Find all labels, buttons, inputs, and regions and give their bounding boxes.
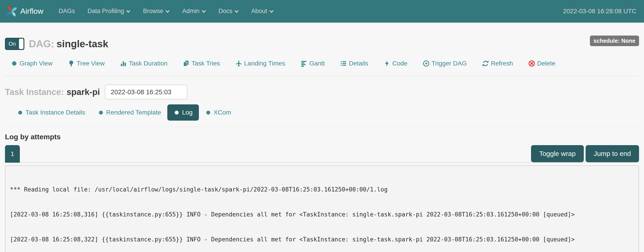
toggle-on-label: On xyxy=(8,41,16,47)
chevron-down-icon xyxy=(202,10,206,13)
task-instance-header: Task Instance: spark-pi xyxy=(5,85,639,100)
log-line: [2022-03-08 16:25:08,322] {{taskinstance… xyxy=(10,235,636,244)
chevron-down-icon xyxy=(126,10,130,13)
log-output[interactable]: *** Reading local file: /usr/local/airfl… xyxy=(5,165,639,252)
refresh-icon xyxy=(482,60,489,67)
toggle-wrap-button[interactable]: Toggle wrap xyxy=(531,145,584,162)
top-navbar: Airflow DAGs Data Profiling Browse Admin… xyxy=(0,0,644,22)
attempt-1-tab[interactable]: 1 xyxy=(5,145,20,163)
tab-tree-view[interactable]: Tree View xyxy=(68,60,105,67)
button-label: XCom xyxy=(214,109,231,116)
nav-item-label: Admin xyxy=(182,8,200,15)
attempt-tab-bar: 1 Toggle wrap Jump to end xyxy=(5,145,639,163)
play-circle-icon xyxy=(423,60,430,67)
delete-circle-x-icon xyxy=(528,60,535,67)
log-line: [2022-03-08 16:25:08,316] {{taskinstance… xyxy=(10,210,636,219)
divider xyxy=(5,126,639,127)
nav-item-about[interactable]: About xyxy=(245,0,280,22)
execution-date-input[interactable] xyxy=(105,85,188,100)
burst-icon xyxy=(174,110,180,116)
task-instance-label: Task Instance: xyxy=(5,87,64,97)
tab-details[interactable]: Details xyxy=(340,60,368,67)
task-name: spark-pi xyxy=(66,87,100,97)
tab-label: Task Tries xyxy=(192,60,220,67)
button-label: Rendered Template xyxy=(106,109,161,116)
gantt-bars-icon xyxy=(300,60,307,67)
nav-item-label: Docs xyxy=(218,8,232,15)
chevron-down-icon xyxy=(234,10,238,13)
burst-icon xyxy=(17,110,23,116)
plane-icon xyxy=(236,60,242,67)
tab-label: Landing Times xyxy=(244,60,285,67)
nav-item-label: Browse xyxy=(143,8,163,15)
toggle-knob xyxy=(19,39,24,49)
tab-gantt[interactable]: Gantt xyxy=(300,60,325,67)
tab-code[interactable]: Code xyxy=(384,60,408,67)
nav-item-admin[interactable]: Admin xyxy=(176,0,212,22)
task-instance-details-button[interactable]: Task Instance Details xyxy=(11,104,92,121)
copy-icon xyxy=(183,60,190,67)
airflow-pinwheel-logo-icon xyxy=(6,5,18,17)
tab-trigger-dag[interactable]: Trigger DAG xyxy=(423,60,467,67)
list-icon xyxy=(340,60,347,67)
tab-label: Delete xyxy=(537,60,556,67)
nav-item-dags[interactable]: DAGs xyxy=(52,0,81,22)
schedule-badge: schedule: None xyxy=(590,35,639,46)
tab-label: Code xyxy=(392,60,408,67)
tab-label: Gantt xyxy=(309,60,325,67)
log-button[interactable]: Log xyxy=(167,104,199,121)
log-section-heading: Log by attempts xyxy=(5,133,639,141)
button-label: Log xyxy=(182,109,192,116)
tab-label: Trigger DAG xyxy=(432,60,467,67)
bar-chart-icon xyxy=(120,60,127,67)
nav-item-docs[interactable]: Docs xyxy=(212,0,245,22)
tab-delete[interactable]: Delete xyxy=(528,60,556,67)
tab-label: Details xyxy=(349,60,368,67)
nav-item-data-profiling[interactable]: Data Profiling xyxy=(81,0,137,22)
dag-on-off-toggle[interactable]: On xyxy=(5,38,24,50)
tab-refresh[interactable]: Refresh xyxy=(482,60,513,67)
main-nav: DAGs Data Profiling Browse Admin Docs Ab… xyxy=(52,0,280,22)
dag-header: On DAG:single-task schedule: None xyxy=(5,38,639,50)
utc-clock: 2022-03-08 16:28:08 UTC xyxy=(563,8,636,15)
log-line: *** Reading local file: /usr/local/airfl… xyxy=(10,185,636,194)
nav-item-label: DAGs xyxy=(59,8,75,15)
brand-title: Airflow xyxy=(20,7,43,15)
airflow-brand[interactable]: Airflow xyxy=(6,5,43,17)
chevron-down-icon xyxy=(270,10,274,13)
nav-item-browse[interactable]: Browse xyxy=(137,0,176,22)
xcom-button[interactable]: XCom xyxy=(199,104,238,121)
log-actions: Toggle wrap Jump to end xyxy=(531,145,639,162)
jump-to-end-button[interactable]: Jump to end xyxy=(586,145,639,162)
tab-graph-view[interactable]: Graph View xyxy=(11,60,52,67)
button-label: Task Instance Details xyxy=(26,109,85,116)
tab-label: Refresh xyxy=(491,60,513,67)
nav-item-label: Data Profiling xyxy=(88,8,124,15)
tree-icon xyxy=(68,60,75,67)
burst-icon xyxy=(11,60,18,67)
chevron-down-icon xyxy=(166,10,170,13)
bolt-icon xyxy=(384,60,390,67)
tab-landing-times[interactable]: Landing Times xyxy=(236,60,285,67)
dag-title-prefix: DAG: xyxy=(29,38,54,49)
page-title: DAG:single-task xyxy=(29,38,108,49)
divider xyxy=(5,76,639,77)
tab-label: Graph View xyxy=(20,60,52,67)
dag-name: single-task xyxy=(56,38,108,49)
tab-task-duration[interactable]: Task Duration xyxy=(120,60,167,67)
burst-icon xyxy=(205,110,211,116)
tab-label: Task Duration xyxy=(129,60,167,67)
dag-view-tabs: Graph View Tree View Task Duration Task … xyxy=(5,60,639,67)
rendered-template-button[interactable]: Rendered Template xyxy=(92,104,168,121)
tab-task-tries[interactable]: Task Tries xyxy=(183,60,220,67)
nav-item-label: About xyxy=(251,8,267,15)
task-instance-actions: Task Instance Details Rendered Template … xyxy=(5,104,639,121)
tab-label: Tree View xyxy=(77,60,105,67)
burst-icon xyxy=(98,110,104,116)
